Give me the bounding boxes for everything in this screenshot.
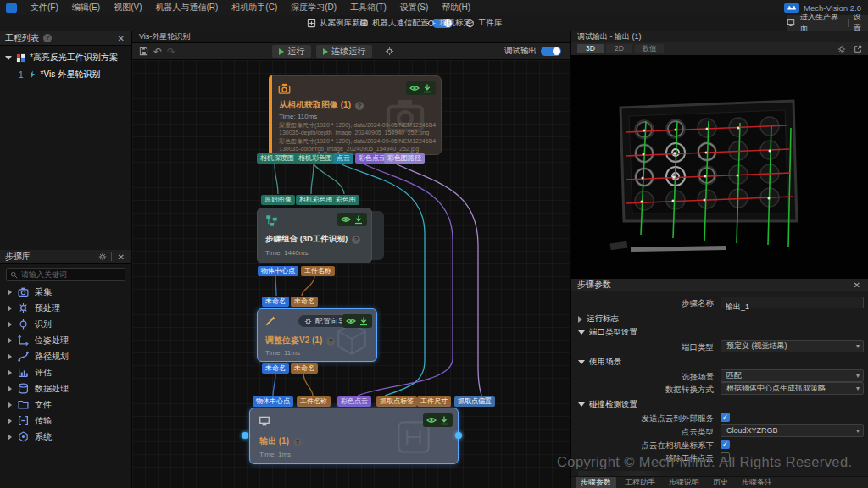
menu-settings[interactable]: 设置(S) [393, 0, 435, 15]
redo-icon[interactable]: ↷ [167, 46, 175, 58]
edge-color-to-color[interactable] [311, 164, 314, 194]
node-help-icon[interactable] [352, 236, 360, 244]
tab-3d[interactable]: 3D [577, 44, 604, 53]
cloud-type-select[interactable]: CloudXYZRGB [721, 424, 864, 437]
tab-project[interactable]: Vis-外星轮识别 [139, 31, 190, 42]
tab-project-assistant[interactable]: 工程助手 [620, 477, 660, 488]
undo-icon[interactable]: ↶ [153, 46, 162, 58]
section-usage-scene[interactable]: 使用场景 [578, 357, 621, 368]
port-color-image-in[interactable]: 彩色图 [332, 195, 359, 205]
node-left-connector[interactable] [242, 432, 248, 439]
solution-tree-item[interactable]: *高亮反光工件识别方案 [5, 52, 118, 64]
lib-category-acquire[interactable]: 采集 [0, 284, 131, 300]
workpiece-library-button[interactable]: 工件库 [465, 15, 503, 30]
lib-category-recognition[interactable]: 识别 [0, 316, 131, 332]
viewer-gear-icon[interactable] [837, 45, 846, 53]
port-unnamed-pose-in[interactable]: 未命名 [262, 297, 289, 307]
close-icon[interactable] [116, 34, 126, 43]
port-camera-depth[interactable]: 相机深度图 [257, 153, 298, 164]
menu-toolbox[interactable]: 工具箱(T) [343, 0, 393, 15]
node-help-icon[interactable] [326, 337, 335, 346]
preview-eye-icon[interactable] [426, 415, 437, 425]
port-point-cloud[interactable]: 点云 [333, 153, 353, 164]
popout-icon[interactable] [854, 45, 862, 53]
edge-unnamed-to-center[interactable] [273, 374, 275, 396]
edge-color-to-colorimg[interactable] [314, 164, 344, 194]
lib-category-file[interactable]: 文件 [0, 396, 131, 413]
port-workpiece-size-in[interactable]: 工件尺寸 [417, 396, 451, 407]
port-unnamed-pose-out[interactable]: 未命名 [262, 363, 289, 374]
tab-history[interactable]: 历史 [708, 477, 733, 488]
node-adjust-pose-v2[interactable]: 配置向导 调整位姿V2 (1) Time: 11ms [257, 308, 377, 362]
cloud-in-camera-checkbox[interactable] [721, 440, 730, 449]
menu-file[interactable]: 文件(F) [24, 0, 65, 15]
edge-unnamed-to-name[interactable] [303, 374, 313, 396]
download-icon[interactable] [422, 83, 432, 93]
port-grasp-offset-in[interactable]: 抓取点偏置 [454, 396, 495, 407]
port-workpiece-name-in[interactable]: 工件名称 [297, 396, 331, 407]
tab-values[interactable]: 数值 [635, 44, 664, 53]
menu-help[interactable]: 帮助(H) [435, 0, 477, 15]
port-camera-color[interactable]: 相机彩色图 [295, 153, 336, 164]
port-raw-image[interactable]: 原始图像 [261, 195, 295, 205]
lib-category-system[interactable]: 系统 [0, 429, 131, 445]
port-camera-color-in[interactable]: 相机彩色图 [296, 195, 337, 205]
lib-category-pose[interactable]: 位姿处理 [0, 332, 131, 348]
section-run-flag[interactable]: 运行标志 [578, 313, 619, 324]
menu-robot-comm[interactable]: 机器人与通信(R) [148, 0, 225, 15]
tab-step-description[interactable]: 步骤说明 [664, 477, 704, 488]
section-collision[interactable]: 碰撞检测设置 [578, 399, 637, 410]
node-procedure-3d-recognition[interactable]: 步骤组合 (3D工件识别) Time: 1440ms [257, 208, 372, 263]
edge-colorpath-long[interactable] [397, 164, 481, 396]
menu-camera-assistant[interactable]: 相机助手(C) [225, 0, 284, 15]
preview-eye-icon[interactable] [341, 214, 351, 225]
menu-edit[interactable]: 编辑(E) [65, 0, 107, 15]
edge-center-to-unnamed[interactable] [275, 276, 276, 296]
node-graph[interactable]: 从相机获取图像 (1) Time: 110ms 深度图像尺寸(1920 * 12… [132, 60, 570, 488]
port-color-cloud-in[interactable]: 彩色点云 [337, 396, 371, 407]
scene-select[interactable]: 匹配 [721, 369, 864, 382]
port-workpiece-name[interactable]: 工件名称 [301, 266, 335, 276]
tab-step-parameters[interactable]: 步骤参数 [576, 477, 616, 488]
search-input[interactable] [21, 270, 121, 279]
preview-eye-icon[interactable] [409, 83, 420, 93]
port-color-image-path[interactable]: 彩色图路径 [384, 153, 425, 164]
section-port-type[interactable]: 端口类型设置 [578, 327, 637, 338]
node-help-icon[interactable] [355, 102, 364, 110]
port-type-select[interactable]: 预定义 (视觉结果) [721, 340, 864, 352]
port-unnamed-name-out[interactable]: 未命名 [291, 363, 318, 374]
lib-category-path-planning[interactable]: 路径规划 [0, 348, 131, 364]
lib-category-transfer[interactable]: 传输 [0, 413, 131, 429]
point-cloud-viewer[interactable] [571, 55, 868, 279]
node-right-connector[interactable] [455, 432, 462, 439]
transform-select[interactable]: 根据物体中心点生成抓取策略 [721, 382, 864, 395]
tab-step-notes[interactable]: 步骤备注 [737, 477, 777, 488]
node-output[interactable]: 输出 (1) Time: 1ms [249, 408, 459, 464]
tab-2d[interactable]: 2D [606, 44, 632, 53]
project-tree-item[interactable]: 1 *Vis-外星轮识别 [19, 69, 101, 80]
send-cloud-checkbox[interactable] [721, 413, 730, 422]
node-help-icon[interactable] [293, 438, 302, 446]
port-object-center-in[interactable]: 物体中心点 [253, 396, 293, 407]
close-icon[interactable] [116, 252, 126, 262]
remove-workpiece-checkbox[interactable] [721, 452, 730, 462]
download-icon[interactable] [439, 415, 449, 425]
step-name-input[interactable] [721, 302, 863, 313]
menu-deep-learning[interactable]: 深度学习(D) [284, 0, 343, 15]
help-icon[interactable] [43, 34, 52, 42]
chevron-down-icon[interactable] [5, 56, 12, 60]
debug-output-toggle[interactable] [541, 47, 561, 56]
download-icon[interactable] [359, 316, 369, 326]
download-icon[interactable] [353, 214, 364, 225]
port-unnamed-name-in[interactable]: 未命名 [291, 297, 318, 307]
menu-view[interactable]: 视图(V) [107, 0, 148, 15]
run-continuous-button[interactable]: 连续运行 [316, 45, 372, 58]
port-grasp-label-in[interactable]: 抓取点标签 [376, 396, 417, 407]
run-button[interactable]: 运行 [272, 45, 311, 58]
close-icon[interactable] [852, 280, 862, 290]
save-icon[interactable] [139, 47, 148, 56]
preview-eye-icon[interactable] [346, 316, 356, 326]
lib-category-evaluate[interactable]: 评估 [0, 364, 131, 380]
lib-category-data-processing[interactable]: 数据处理 [0, 380, 131, 396]
gear-icon[interactable] [98, 252, 107, 261]
